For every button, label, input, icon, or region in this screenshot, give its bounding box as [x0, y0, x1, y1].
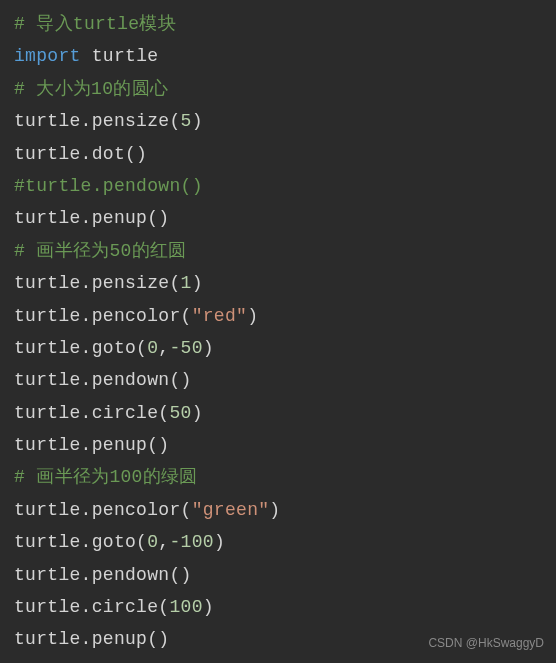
string: "green" [192, 500, 270, 520]
import-keyword: import [14, 46, 81, 66]
call: turtle.penup() [14, 629, 169, 649]
call: turtle.pendown() [14, 370, 192, 390]
paren: ) [203, 597, 214, 617]
comment: # 大小为10的圆心 [14, 79, 168, 99]
code-line-1: # 导入turtle模块 [14, 8, 542, 40]
code-line-5: turtle.dot() [14, 138, 542, 170]
comma: , [158, 338, 169, 358]
paren: ) [192, 273, 203, 293]
code-line-10: turtle.pencolor("red") [14, 300, 542, 332]
space [81, 46, 92, 66]
comment: # 导入turtle模块 [14, 14, 176, 34]
string: "red" [192, 306, 248, 326]
code-line-17: turtle.goto(0,-100) [14, 526, 542, 558]
code-line-8: # 画半径为50的红圆 [14, 235, 542, 267]
number: 1 [181, 273, 192, 293]
call: turtle.pencolor( [14, 306, 192, 326]
paren: ) [247, 306, 258, 326]
number: 0 [147, 532, 158, 552]
code-line-12: turtle.pendown() [14, 364, 542, 396]
comment: # 画半径为50的红圆 [14, 241, 187, 261]
code-line-18: turtle.pendown() [14, 559, 542, 591]
code-line-6: #turtle.pendown() [14, 170, 542, 202]
comma: , [158, 532, 169, 552]
call: turtle.dot() [14, 144, 147, 164]
code-editor: # 导入turtle模块 import turtle # 大小为10的圆心 tu… [14, 8, 542, 656]
number: -100 [169, 532, 213, 552]
call: turtle.pensize( [14, 111, 181, 131]
code-line-11: turtle.goto(0,-50) [14, 332, 542, 364]
call: turtle.goto( [14, 338, 147, 358]
call: turtle.pencolor( [14, 500, 192, 520]
paren: ) [214, 532, 225, 552]
code-line-3: # 大小为10的圆心 [14, 73, 542, 105]
code-line-9: turtle.pensize(1) [14, 267, 542, 299]
code-line-7: turtle.penup() [14, 202, 542, 234]
watermark: CSDN @HkSwaggyD [428, 633, 544, 655]
call: turtle.goto( [14, 532, 147, 552]
code-line-4: turtle.pensize(5) [14, 105, 542, 137]
code-line-16: turtle.pencolor("green") [14, 494, 542, 526]
comment: # 画半径为100的绿圆 [14, 467, 198, 487]
paren: ) [192, 111, 203, 131]
paren: ) [269, 500, 280, 520]
paren: ) [203, 338, 214, 358]
number: 50 [169, 403, 191, 423]
code-line-15: # 画半径为100的绿圆 [14, 461, 542, 493]
number: 5 [181, 111, 192, 131]
code-line-2: import turtle [14, 40, 542, 72]
call: turtle.circle( [14, 403, 169, 423]
module-name: turtle [92, 46, 159, 66]
call: turtle.penup() [14, 435, 169, 455]
comment: #turtle.pendown() [14, 176, 203, 196]
code-line-14: turtle.penup() [14, 429, 542, 461]
call: turtle.circle( [14, 597, 169, 617]
call: turtle.pendown() [14, 565, 192, 585]
call: turtle.pensize( [14, 273, 181, 293]
call: turtle.penup() [14, 208, 169, 228]
code-line-19: turtle.circle(100) [14, 591, 542, 623]
code-line-13: turtle.circle(50) [14, 397, 542, 429]
number: 0 [147, 338, 158, 358]
number: 100 [169, 597, 202, 617]
paren: ) [192, 403, 203, 423]
number: -50 [169, 338, 202, 358]
